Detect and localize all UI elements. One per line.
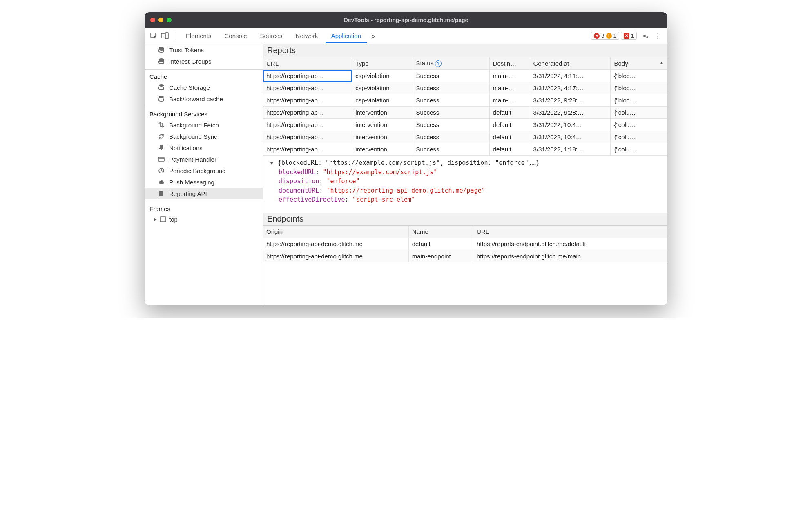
table-row[interactable]: https://reporting-ap…csp-violationSucces… [263,82,667,94]
warning-count: 1 [613,33,616,39]
bell-icon [158,144,165,151]
table-row[interactable]: https://reporting-ap…interventionSuccess… [263,131,667,143]
cloud-icon [158,178,165,186]
table-cell: https://reporting-ap… [263,107,352,119]
sidebar-item-periodic-bg[interactable]: Periodic Background [145,165,263,176]
table-row[interactable]: https://reporting-api-demo.glitch.medefa… [263,238,667,250]
device-toolbar-icon[interactable] [160,31,170,41]
table-cell: https://reporting-ap… [263,82,352,94]
sidebar-item-reporting-api[interactable]: Reporting API [145,188,263,199]
sidebar-item-payment-handler[interactable]: Payment Handler [145,153,263,165]
svg-point-6 [159,96,164,98]
sidebar-item-trust-tokens[interactable]: Trust Tokens [145,44,263,56]
table-cell: 3/31/2022, 1:18:… [530,143,611,156]
col-name[interactable]: Name [408,226,473,238]
table-cell: 3/31/2022, 10:4… [530,119,611,131]
json-property[interactable]: documentURL: "https://reporting-api-demo… [267,186,663,196]
col-type[interactable]: Type [352,57,413,70]
sidebar-item-bf-cache[interactable]: Back/forward cache [145,93,263,104]
table-cell: Success [413,107,489,119]
devtools-toolbar: Elements Console Sources Network Applica… [145,28,667,44]
table-cell: main-… [489,82,530,94]
table-cell: default [489,119,530,131]
sidebar-item-background-fetch[interactable]: Background Fetch [145,119,263,131]
table-row[interactable]: https://reporting-ap…csp-violationSucces… [263,70,667,82]
col-origin[interactable]: Origin [263,226,408,238]
tab-console[interactable]: Console [219,29,253,43]
error-icon: ✕ [594,33,600,39]
title-bar: DevTools - reporting-api-demo.glitch.me/… [145,12,667,28]
table-row[interactable]: https://reporting-ap…interventionSuccess… [263,143,667,156]
disclosure-triangle-icon[interactable]: ▼ [270,161,273,166]
sidebar-item-background-sync[interactable]: Background Sync [145,131,263,142]
sidebar-item-interest-groups[interactable]: Interest Groups [145,56,263,67]
col-generated-at[interactable]: Generated at [530,57,611,70]
sidebar-item-label: Periodic Background [169,167,225,174]
table-cell: {"colu… [611,107,667,119]
database-icon [158,58,165,65]
console-errors-badge[interactable]: ✕ 3 ! 1 [591,32,619,40]
table-cell: 3/31/2022, 9:28:… [530,94,611,107]
table-row[interactable]: https://reporting-ap…interventionSuccess… [263,119,667,131]
table-row[interactable]: https://reporting-ap…interventionSuccess… [263,107,667,119]
error-count: 3 [601,33,604,39]
tab-elements[interactable]: Elements [180,29,217,43]
inspect-element-icon[interactable] [149,31,158,41]
sidebar-item-push-messaging[interactable]: Push Messaging [145,176,263,188]
main-pane: Trust Tokens Interest Groups Cache Cache… [145,44,667,305]
kebab-menu-icon[interactable]: ⋮ [652,32,663,40]
json-property[interactable]: disposition: "enforce" [267,177,663,186]
table-row[interactable]: https://reporting-api-demo.glitch.memain… [263,250,667,262]
svg-rect-10 [160,217,166,222]
help-icon[interactable]: ? [435,60,442,67]
sidebar-group-bg-services[interactable]: Background Services [145,107,263,119]
sidebar-item-notifications[interactable]: Notifications [145,142,263,153]
issues-badge[interactable]: ✕ 1 [621,32,637,40]
toolbar-separator [175,32,175,40]
settings-icon[interactable] [638,32,651,40]
table-cell: https://reporting-ap… [263,143,352,156]
tab-application[interactable]: Application [326,29,367,43]
col-url[interactable]: URL [263,57,352,70]
issue-count: 1 [631,33,634,39]
report-detail-json[interactable]: ▼ {blockedURL: "https://example.com/scri… [263,156,667,213]
json-property[interactable]: blockedURL: "https://example.com/script.… [267,168,663,177]
table-cell: https://reporting-api-demo.glitch.me [263,238,408,250]
table-cell: Success [413,82,489,94]
disclosure-triangle-icon[interactable]: ▶ [154,217,157,222]
col-status[interactable]: Status? [413,57,489,70]
more-tabs-icon[interactable]: » [368,31,378,41]
sidebar-item-label: Notifications [169,144,203,151]
table-cell: Success [413,131,489,143]
sidebar-group-cache[interactable]: Cache [145,69,263,82]
sidebar-item-label: Background Fetch [169,122,219,129]
table-row[interactable]: https://reporting-ap…csp-violationSucces… [263,94,667,107]
table-cell: main-endpoint [408,250,473,262]
tab-network[interactable]: Network [290,29,324,43]
table-cell: intervention [352,131,413,143]
table-cell: csp-violation [352,94,413,107]
table-cell: https://reporting-ap… [263,119,352,131]
table-cell: csp-violation [352,82,413,94]
database-icon [158,95,165,102]
table-cell: csp-violation [352,70,413,82]
sidebar-item-frame-top[interactable]: ▶ top [145,214,263,224]
sidebar-item-cache-storage[interactable]: Cache Storage [145,82,263,93]
sidebar-item-label: Payment Handler [169,156,216,163]
tab-sources[interactable]: Sources [254,29,288,43]
col-endpoint-url[interactable]: URL [473,226,667,238]
json-property[interactable]: effectiveDirective: "script-src-elem" [267,195,663,204]
sidebar-item-label: Trust Tokens [169,47,204,53]
transfer-icon [158,121,165,129]
svg-rect-7 [158,157,164,161]
sidebar-item-label: Reporting API [169,190,207,197]
col-body[interactable]: Body▲ [611,57,667,70]
window-title: DevTools - reporting-api-demo.glitch.me/… [145,17,667,23]
table-cell: intervention [352,107,413,119]
col-destination[interactable]: Destin… [489,57,530,70]
sidebar-group-frames[interactable]: Frames [145,202,263,214]
sidebar-item-label: Push Messaging [169,179,214,186]
devtools-window: DevTools - reporting-api-demo.glitch.me/… [145,12,667,305]
document-icon [158,190,165,197]
sync-icon [158,133,165,140]
